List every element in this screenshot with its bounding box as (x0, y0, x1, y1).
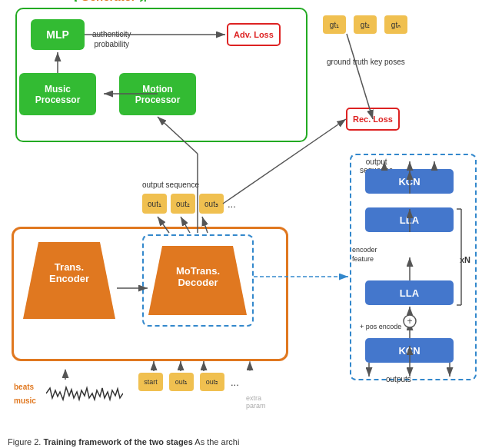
auth-probability-text: authenticity probability (92, 29, 131, 49)
gt-row: gt₁ gt₂ gtₙ (323, 15, 407, 34)
svg-marker-0 (23, 242, 115, 319)
out-box-3: out₃ (199, 194, 224, 214)
svg-marker-1 (148, 246, 247, 315)
adv-loss-box: Adv. Loss (227, 23, 281, 46)
xn-label: xN (460, 255, 470, 264)
trans-encoder-block (23, 238, 115, 323)
music-processor-block: Music Processor (19, 73, 96, 115)
input-param-row: start out₁ out₂ ... (138, 373, 239, 391)
gt-text: ground truth key poses (327, 58, 405, 66)
kcn-top-block: KCN (365, 169, 454, 194)
rec-loss-box: Rec. Loss (346, 108, 400, 131)
lla-bot-block: LLA (365, 280, 454, 305)
out-box-1: out₁ (142, 194, 167, 214)
out-boxes-row: out₁ out₂ out₃ ... (142, 194, 236, 214)
svg-line-15 (347, 34, 373, 119)
lla-top-block: LLA (365, 207, 454, 232)
waveform (46, 384, 123, 403)
figure-caption: Figure 2. Training framework of the two … (8, 436, 484, 448)
pos-encode-text: + pos encode (360, 323, 401, 330)
extra-param-text: extra param (246, 394, 266, 410)
gt-box-1: gt₁ (323, 15, 346, 34)
output-seq-label: output sequence (142, 181, 199, 189)
outputs-label: outputs (386, 375, 411, 383)
motion-processor-block: Motion Processor (119, 73, 196, 115)
generator-label: Generator (77, 0, 140, 3)
in-box-1: out₁ (169, 373, 194, 391)
kcn-bot-block: KCN (365, 338, 454, 363)
diagram-container: Discriminator MLP Music Processor Motion… (0, 0, 492, 419)
out-ellipsis: ... (228, 198, 236, 210)
in-ellipsis: ... (231, 377, 239, 388)
out-box-2: out₂ (171, 194, 195, 214)
beats-music-label: beats music (14, 380, 36, 408)
start-box: start (138, 373, 163, 391)
mlp-block: MLP (31, 19, 85, 50)
in-box-2: out₂ (200, 373, 224, 391)
gt-box-2: gt₂ (354, 15, 377, 34)
encoder-feature-label: encoder feature (352, 246, 377, 264)
motrans-block (148, 242, 247, 319)
gt-box-3: gtₙ (384, 15, 407, 34)
